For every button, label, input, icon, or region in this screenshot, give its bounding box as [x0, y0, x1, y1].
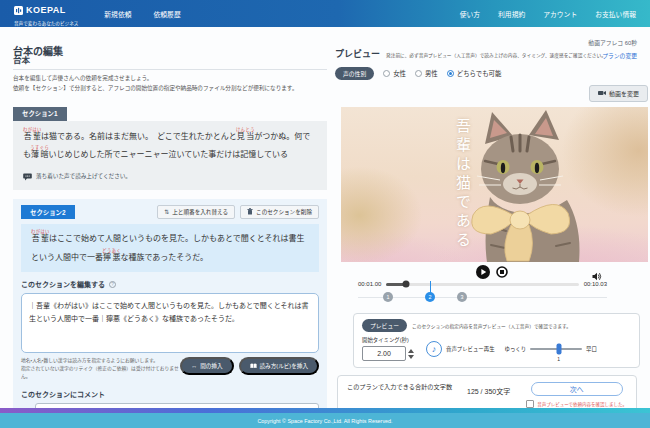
section-marker-3[interactable]: 3: [457, 292, 467, 302]
top-navbar: KOEPAL 音声で変わるあなたのビジネス 新規依頼 依頼履歴 使い方 利用規約…: [0, 0, 650, 27]
preview-title: プレビュー: [335, 47, 380, 60]
confirm-checkbox-label: 音声プレビューで依頼内容を確認しました。: [537, 401, 627, 407]
koepal-app: KOEPAL 音声で変わるあなたのビジネス 新規依頼 依頼履歴 使い方 利用規約…: [0, 0, 650, 428]
volume-icon[interactable]: [592, 267, 602, 285]
char-count: 125 / 350文字: [467, 386, 510, 396]
edit-tools-row: 地名・人名・難しい漢字は読み方を指定するようにお願いします。 指定されていない漢…: [21, 357, 319, 381]
spinner-up-button[interactable]: [408, 349, 414, 353]
audio-preview-box: プレビュー このセクションの指定内容を音声プレビュー（人工音声）で確認できます。…: [353, 313, 640, 368]
gender-option-either-label: どちらでも可能: [457, 69, 502, 78]
audio-preview-badge: プレビュー: [362, 319, 407, 332]
trash-icon: [247, 208, 253, 216]
edit-section-label: このセクションを編集する: [21, 279, 105, 289]
gender-option-female[interactable]: 女性: [383, 69, 406, 78]
insert-pause-button[interactable]: ↔ 間の挿入: [180, 357, 233, 375]
radio-unchecked-icon: [383, 70, 390, 77]
koepal-logo-icon: [14, 1, 23, 19]
cat-illustration: [341, 107, 648, 262]
audio-preview-note: このセクションの指定内容を音声プレビュー（人工音声）で確認できます。: [412, 323, 571, 329]
help-icon[interactable]: ?: [109, 281, 116, 288]
gender-option-male[interactable]: 男性: [415, 69, 438, 78]
section-1-comment-row: 落ち着いた声で読み上げてください。: [23, 167, 317, 185]
gender-option-female-label: 女性: [393, 69, 406, 78]
nav-payment-info[interactable]: お支払い情報: [595, 9, 636, 19]
next-button[interactable]: 次へ: [531, 382, 623, 396]
script-description-line2: 依頼を【セクション】で分割すると、アフレコの開始位置の指定や納品時のファイル分割…: [13, 84, 327, 94]
nav-request-history[interactable]: 依頼履歴: [154, 9, 181, 19]
confirm-checkbox[interactable]: [526, 400, 534, 408]
delete-section-button[interactable]: このセクションを削除: [240, 205, 319, 219]
section-2-badge: セクション2: [21, 205, 75, 219]
speed-slow-label: ゆっくり: [505, 345, 527, 353]
seek-handle[interactable]: [402, 281, 409, 288]
marker-track: [358, 297, 607, 298]
play-audio-preview-label: 音声プレビュー再生: [446, 345, 495, 353]
section-marker-row: 1 2 3: [335, 290, 648, 304]
swap-order-button[interactable]: ⇅ 上と順番を入れ替える: [157, 205, 235, 219]
nav-right: 使い方 利用規約 アカウント お支払い情報: [460, 9, 636, 19]
preview-header: プレビュー 発注前に、必ず音声プレビュー（人工音声）で読み上げの内容、タイミング…: [335, 47, 648, 60]
section-marker-2-active[interactable]: 2: [425, 292, 435, 302]
voice-gender-row: 声の性別 女性 男性 どちらでも可能: [335, 67, 648, 80]
footer: Copyright © Space Factory Co.,Ltd. All R…: [0, 408, 650, 428]
radio-checked-icon: [447, 70, 454, 77]
speed-slider-handle[interactable]: [556, 343, 561, 354]
plan-label: 動画アフレコ 60秒: [588, 40, 637, 46]
char-limit-label: このプランで入力できる合計の文字数: [347, 382, 453, 391]
speed-control: ゆっくり 1 早口: [505, 345, 597, 353]
voice-gender-label: 声の性別: [335, 67, 374, 80]
swap-order-icon: ⇅: [164, 209, 169, 215]
nav-new-request[interactable]: 新規依頼: [104, 9, 131, 19]
script-heading: 台本: [13, 53, 327, 70]
speed-value: 1: [557, 356, 560, 362]
player-controls: [335, 265, 648, 279]
start-timing-label: 開始タイミング(秒): [362, 336, 414, 344]
book-icon: [250, 363, 257, 370]
logo-text: KOEPAL: [26, 5, 66, 15]
section-2-text: 吾輩わがはいはここで始めて人間というものを見た。しかもあとで聞くとそれは書生とい…: [31, 229, 309, 267]
section-edit-textarea[interactable]: ｜吾輩《わがはい》はここで始めて人間というものを見た。しかもあとで聞くとそれは書…: [21, 293, 319, 353]
brand-logo[interactable]: KOEPAL 音声で変わるあなたのビジネス: [14, 1, 78, 26]
speech-bubble-icon: [23, 167, 32, 185]
current-time: 00:01.00: [358, 281, 381, 287]
edit-section-label-row: このセクションを編集する ?: [21, 279, 319, 289]
insert-ruby-label: 読み方(ルビ)を挿入: [260, 362, 308, 370]
speed-fast-label: 早口: [586, 345, 597, 353]
pause-insert-icon: ↔: [191, 363, 197, 369]
seek-bar[interactable]: [386, 283, 578, 286]
gender-option-male-label: 男性: [425, 69, 438, 78]
section-1-comment: 落ち着いた声で読み上げてください。: [36, 172, 131, 180]
section-2-header: セクション2 ⇅ 上と順番を入れ替える このセクションを削除: [21, 205, 319, 219]
spinner-down-button[interactable]: [408, 355, 414, 359]
edit-hints: 地名・人名・難しい漢字は読み方を指定するようにお願いします。 指定されていない漢…: [21, 357, 180, 381]
nav-terms[interactable]: 利用規約: [498, 9, 525, 19]
section-marker-1[interactable]: 1: [383, 292, 393, 302]
script-description: 台本を編集して声優さんへの依頼を完成させましょう。 依頼を【セクション】で分割す…: [13, 74, 327, 93]
preview-description: 発注前に、必ず音声プレビュー（人工音声）で読み上げの内容、タイミング、速度感をご…: [386, 52, 606, 58]
brand-tagline: 音声で変わるあなたのビジネス: [14, 20, 78, 26]
section-2: セクション2 ⇅ 上と順番を入れ替える このセクションを削除 吾輩わがはいはここ…: [13, 199, 327, 428]
section-2-content-box: 吾輩わがはいはここで始めて人間というものを見た。しかもあとで聞くとそれは書生とい…: [21, 224, 319, 272]
edit-hint-line1: 地名・人名・難しい漢字は読み方を指定するようにお願いします。: [21, 357, 180, 365]
stop-button[interactable]: [496, 266, 508, 278]
start-timing-input[interactable]: [362, 346, 406, 361]
play-button[interactable]: [476, 265, 490, 279]
change-video-button[interactable]: 動画を変更: [589, 85, 648, 102]
section-comment-label: このセクションにコメント: [21, 389, 319, 399]
delete-section-label: このセクションを削除: [256, 208, 312, 216]
nav-left: 新規依頼 依頼履歴: [104, 9, 180, 19]
script-editor-panel: 台本 台本を編集して声優さんへの依頼を完成させましょう。 依頼を【セクション】で…: [13, 53, 327, 428]
speed-slider[interactable]: 1: [530, 348, 582, 350]
nav-how-to-use[interactable]: 使い方: [460, 9, 480, 19]
nav-account[interactable]: アカウント: [543, 9, 577, 19]
gender-option-either[interactable]: どちらでも可能: [447, 69, 502, 78]
play-audio-preview-button[interactable]: ♪: [426, 341, 442, 357]
insert-pause-label: 間の挿入: [200, 362, 222, 370]
section-1-text: 吾輩わがはいは猫である。名前はまだ無い。 どこで生れたかとんと見当けんとうがつか…: [23, 127, 317, 165]
copyright-text: Copyright © Space Factory Co.,Ltd. All R…: [257, 418, 392, 424]
edit-hint-line2: 指定されていない漢字のリテイク（修正のご依頼）は受け付けておりません。: [21, 365, 180, 381]
section-1-content-box: 吾輩わがはいは猫である。名前はまだ無い。 どこで生れたかとんと見当けんとうがつか…: [13, 121, 327, 191]
section-1-badge: セクション1: [13, 107, 67, 121]
insert-ruby-button[interactable]: 読み方(ルビ)を挿入: [239, 357, 319, 375]
camera-icon: [598, 90, 606, 97]
